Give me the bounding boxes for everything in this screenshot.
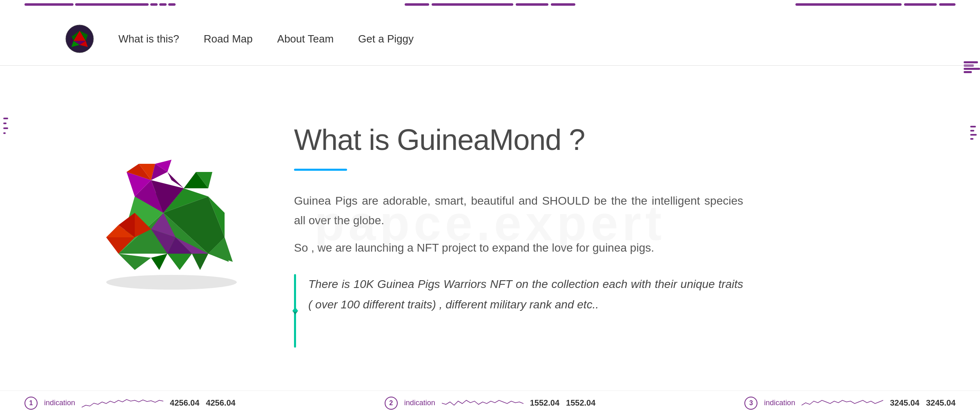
svg-marker-35 (151, 254, 167, 270)
status-indicator-2: 2 indication 1552.04 1552.04 (385, 397, 596, 410)
sub-description: So , we are launching a NFT project to e… (294, 238, 743, 258)
deco-bar (24, 3, 74, 6)
navbar: What is this? Road Map About Team Get a … (0, 12, 980, 66)
indicator-circle-1: 1 (24, 397, 38, 410)
deco-bar (795, 3, 902, 6)
eth-diamond-icon (291, 306, 300, 315)
nav-links: What is this? Road Map About Team Get a … (118, 33, 414, 45)
nav-link-get-a-piggy[interactable]: Get a Piggy (358, 33, 414, 45)
deco-right (795, 3, 956, 6)
deco-center (405, 3, 575, 6)
sparkline-1 (82, 397, 163, 409)
deco-bar (432, 3, 513, 6)
indicator-value-3a: 3245.04 (890, 398, 919, 408)
indicator-circle-3: 3 (744, 397, 757, 410)
status-indicator-1: 1 indication 4256.04 4256.04 (24, 397, 236, 410)
nav-link-what-is-this[interactable]: What is this? (118, 33, 179, 45)
deco-bar (168, 3, 176, 6)
indicator-value-2a: 1552.04 (530, 398, 559, 408)
svg-point-39 (106, 275, 237, 290)
guinea-pig-illustration (65, 115, 261, 303)
svg-marker-37 (192, 254, 208, 270)
top-decorative-bar (0, 0, 980, 12)
indicator-value-1a: 4256.04 (170, 398, 199, 408)
main-description: Guinea Pigs are adorable, smart, beautif… (294, 191, 743, 230)
nav-link-road-map[interactable]: Road Map (204, 33, 253, 45)
quote-block: There is 10K Guinea Pigs Warriors NFT on… (294, 274, 743, 348)
indicator-circle-2: 2 (385, 397, 398, 410)
deco-bar (150, 3, 158, 6)
indicator-label-2: indication (404, 399, 435, 407)
content-area: papce.expert What is GuineaMond ? Guinea… (294, 115, 743, 348)
deco-left (24, 3, 176, 6)
deco-bar (405, 3, 429, 6)
title-underline (294, 169, 347, 171)
indicator-value-3b: 3245.04 (926, 398, 956, 408)
indicator-label-3: indication (764, 399, 795, 407)
deco-bar (551, 3, 575, 6)
deco-bar (939, 3, 956, 6)
status-indicator-3: 3 indication 3245.04 3245.04 (744, 397, 956, 410)
indicator-value-2b: 1552.04 (566, 398, 595, 408)
svg-marker-34 (118, 254, 151, 270)
indicator-label-1: indication (44, 399, 75, 407)
quote-line (294, 274, 296, 348)
logo[interactable] (65, 25, 94, 53)
sparkline-2 (442, 397, 523, 409)
svg-marker-36 (167, 254, 192, 270)
deco-bar (159, 3, 167, 6)
main-content: papce.expert What is GuineaMond ? Guinea… (0, 66, 980, 380)
quote-text: There is 10K Guinea Pigs Warriors NFT on… (308, 274, 743, 315)
sparkline-3 (802, 397, 883, 409)
deco-bar (904, 3, 937, 6)
page-title: What is GuineaMond ? (294, 123, 743, 156)
indicator-value-1b: 4256.04 (206, 398, 235, 408)
nav-link-about-team[interactable]: About Team (277, 33, 334, 45)
bottom-bar: 1 indication 4256.04 4256.04 2 indicatio… (0, 390, 980, 415)
deco-bar (516, 3, 548, 6)
deco-bar (75, 3, 149, 6)
